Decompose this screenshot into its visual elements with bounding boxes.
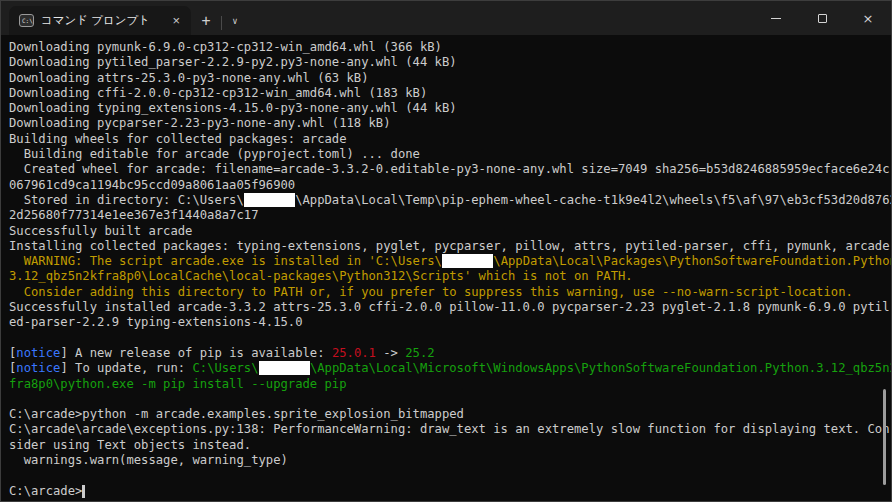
- terminal-text: notice: [16, 361, 60, 375]
- terminal-text: Created wheel for arcade: filename=arcad…: [9, 162, 890, 176]
- terminal-text: ] To update, run:: [60, 361, 192, 375]
- terminal-text: WARNING: The script arcade.exe is instal…: [9, 254, 442, 268]
- terminal-line: Stored in directory: C:\Users\ \AppData\…: [9, 193, 891, 208]
- terminal-line: Successfully built arcade: [9, 224, 891, 239]
- terminal-text: 25.2: [405, 346, 434, 360]
- minimize-button[interactable]: [753, 1, 799, 35]
- terminal-text: 067961cd9ca1194bc95ccd09a8061aa05f96900: [9, 178, 295, 192]
- terminal-text: Successfully built arcade: [9, 224, 192, 238]
- terminal-line: Downloading pycparser-2.23-py3-none-any.…: [9, 116, 891, 131]
- terminal-line: Created wheel for arcade: filename=arcad…: [9, 162, 891, 177]
- terminal-text: Consider adding this directory to PATH o…: [9, 285, 853, 299]
- terminal-text: Downloading typing_extensions-4.15.0-py3…: [9, 101, 457, 115]
- terminal-line: 067961cd9ca1194bc95ccd09a8061aa05f96900: [9, 178, 891, 193]
- minimize-icon: [771, 18, 781, 19]
- terminal-line: C:\arcade\arcade\exceptions.py:138: Perf…: [9, 422, 891, 437]
- terminal-text: Installing collected packages: typing-ex…: [9, 239, 890, 253]
- terminal-text: C:\arcade>: [9, 484, 82, 498]
- terminal-text: warnings.warn(message, warning_type): [9, 453, 288, 467]
- terminal-line: Consider adding this directory to PATH o…: [9, 285, 891, 300]
- terminal-text: Downloading pycparser-2.23-py3-none-any.…: [9, 116, 391, 130]
- terminal-line: Successfully installed arcade-3.3.2 attr…: [9, 300, 891, 315]
- terminal-line: Installing collected packages: typing-ex…: [9, 239, 891, 254]
- terminal-line: ed-parser-2.2.9 typing-extensions-4.15.0: [9, 315, 891, 330]
- terminal-text: Downloading cffi-2.0.0-cp312-cp312-win_a…: [9, 86, 427, 100]
- terminal-line: Downloading attrs-25.3.0-py3-none-any.wh…: [9, 71, 891, 86]
- terminal-line: Downloading pymunk-6.9.0-cp312-cp312-win…: [9, 40, 891, 55]
- cmd-icon: C:\_: [19, 14, 34, 27]
- terminal-text: Downloading pymunk-6.9.0-cp312-cp312-win…: [9, 40, 442, 54]
- terminal-line: [9, 392, 891, 407]
- terminal-text: C:\arcade>python -m arcade.examples.spri…: [9, 407, 464, 421]
- terminal-text: Stored in directory: C:\Users\: [9, 193, 244, 207]
- text-cursor: [82, 485, 85, 498]
- terminal-line: fra8p0\python.exe -m pip install --upgra…: [9, 377, 891, 392]
- terminal-line: C:\arcade>python -m arcade.examples.spri…: [9, 407, 891, 422]
- terminal-text: Building editable for arcade (pyproject.…: [9, 147, 420, 161]
- maximize-icon: [818, 14, 827, 23]
- scrollbar-thumb[interactable]: [883, 389, 886, 485]
- terminal-line: 2d25680f77314e1ee367e3f1440a8a7c17: [9, 208, 891, 223]
- terminal-line: C:\arcade>: [9, 484, 891, 499]
- terminal-text: \AppData\Local\Packages\PythonSoftwareFo…: [493, 254, 891, 268]
- terminal-line: sider using Text objects instead.: [9, 438, 891, 453]
- terminal-text: Successfully installed arcade-3.3.2 attr…: [9, 300, 890, 314]
- tab-close-icon[interactable]: ×: [169, 13, 183, 28]
- terminal-line: Downloading pytiled_parser-2.2.9-py2.py3…: [9, 55, 891, 70]
- terminal-text: ] A new release of pip is available:: [60, 346, 332, 360]
- maximize-button[interactable]: [799, 1, 845, 35]
- terminal-text: C:\Users\: [192, 361, 258, 375]
- new-tab-button[interactable]: +: [191, 6, 221, 35]
- terminal-line: [9, 331, 891, 346]
- terminal-text: 25.0.1: [332, 346, 376, 360]
- terminal-text: \AppData\Local\Temp\pip-ephem-wheel-cach…: [295, 193, 891, 207]
- titlebar[interactable]: C:\_ コマンド プロンプト × + ∨ ×: [1, 1, 891, 35]
- close-icon: ×: [863, 11, 874, 26]
- tab-title: コマンド プロンプト: [41, 13, 162, 28]
- redaction-box: [259, 361, 310, 375]
- terminal-text: notice: [16, 346, 60, 360]
- terminal-text: ed-parser-2.2.9 typing-extensions-4.15.0: [9, 315, 303, 329]
- terminal-screen[interactable]: Downloading pymunk-6.9.0-cp312-cp312-win…: [1, 35, 891, 501]
- terminal-line: Downloading cffi-2.0.0-cp312-cp312-win_a…: [9, 86, 891, 101]
- redaction-box: [442, 254, 493, 268]
- terminal-text: Building wheels for collected packages: …: [9, 132, 347, 146]
- terminal-text: fra8p0\python.exe -m pip install --upgra…: [9, 377, 347, 391]
- terminal-line: warnings.warn(message, warning_type): [9, 453, 891, 468]
- terminal-text: 3.12_qbz5n2kfra8p0\LocalCache\local-pack…: [9, 269, 633, 283]
- terminal-text: ->: [376, 346, 405, 360]
- terminal-line: [9, 468, 891, 483]
- terminal-line: 3.12_qbz5n2kfra8p0\LocalCache\local-pack…: [9, 269, 891, 284]
- terminal-line: Building wheels for collected packages: …: [9, 132, 891, 147]
- tab-dropdown-button[interactable]: ∨: [222, 6, 248, 35]
- tab-command-prompt[interactable]: C:\_ コマンド プロンプト ×: [9, 6, 191, 35]
- terminal-text: sider using Text objects instead.: [9, 438, 251, 452]
- terminal-text: Downloading attrs-25.3.0-py3-none-any.wh…: [9, 71, 369, 85]
- terminal-text: \AppData\Local\Microsoft\WindowsApps\Pyt…: [310, 361, 891, 375]
- terminal-line: Building editable for arcade (pyproject.…: [9, 147, 891, 162]
- terminal-window: C:\_ コマンド プロンプト × + ∨ × Downloading pymu…: [0, 0, 892, 502]
- redaction-box: [244, 193, 295, 207]
- terminal-text: 2d25680f77314e1ee367e3f1440a8a7c17: [9, 208, 258, 222]
- terminal-line: [notice] A new release of pip is availab…: [9, 346, 891, 361]
- terminal-line: Downloading typing_extensions-4.15.0-py3…: [9, 101, 891, 116]
- terminal-line: WARNING: The script arcade.exe is instal…: [9, 254, 891, 269]
- terminal-line: [notice] To update, run: C:\Users\ \AppD…: [9, 361, 891, 376]
- terminal-text: C:\arcade\arcade\exceptions.py:138: Perf…: [9, 422, 890, 436]
- titlebar-drag-area[interactable]: [248, 1, 753, 35]
- close-button[interactable]: ×: [845, 1, 891, 35]
- terminal-text: Downloading pytiled_parser-2.2.9-py2.py3…: [9, 55, 457, 69]
